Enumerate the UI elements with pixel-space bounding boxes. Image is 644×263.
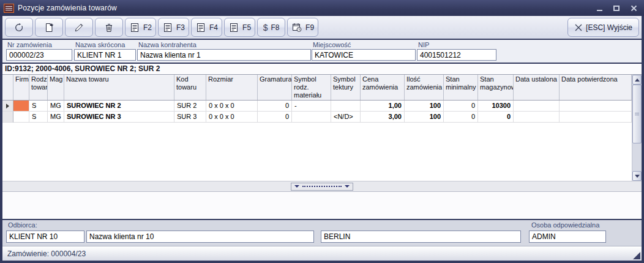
thumb-grip-icon [635, 113, 639, 115]
toolbar: F2 F3 F4 F5 [2, 16, 642, 40]
nip-input[interactable]: 4001501212 [417, 49, 496, 61]
odbiorca-label: Odbiorca: [8, 221, 37, 229]
header-mag[interactable]: Mag [48, 75, 64, 100]
responsible-person-label: Osoba odpowiedzialna [531, 221, 599, 229]
cell-rodz: S [29, 112, 48, 123]
report-f4-button[interactable]: F4 [191, 18, 222, 37]
scroll-up-button[interactable] [632, 75, 642, 85]
cell-kod: SUR 2 [174, 101, 206, 112]
f2-label: F2 [143, 23, 152, 32]
short-name-input[interactable]: KLIENT NR 1 [74, 49, 136, 61]
f3-label: F3 [176, 23, 185, 32]
nip-label: NIP [418, 41, 496, 48]
header-symbol-rodz-materialu[interactable]: Symbol rodz. materiału [292, 75, 331, 100]
exit-button[interactable]: [ESC] Wyjście [567, 18, 639, 37]
price-f8-button[interactable]: $ F8 [257, 18, 285, 37]
filter-panel: Nr zamówienia 000002/23 Nazwa skrócona K… [2, 40, 642, 64]
grid-header: Firma Rodz. towaru Mag Nazwa towaru Kod … [2, 75, 632, 101]
cell-firma [13, 101, 29, 112]
order-number-field: Nr zamówienia 000002/23 [6, 41, 72, 61]
cell-cena: 3,00 [361, 112, 405, 123]
recipient-code-input[interactable]: KLIENT NR 10 [6, 231, 84, 243]
items-grid: Firma Rodz. towaru Mag Nazwa towaru Kod … [2, 75, 632, 181]
report-f5-button[interactable]: F5 [224, 18, 255, 37]
cell-symbol-tektury [331, 101, 361, 112]
header-data-potwierdzona[interactable]: Data potwierdzona [560, 75, 632, 100]
header-data-ustalona[interactable]: Data ustalona [514, 75, 560, 100]
cell-symbol-rodz: - [292, 101, 331, 112]
row-selector [2, 112, 13, 123]
city-input[interactable]: KATOWICE [312, 49, 416, 61]
refresh-icon [13, 22, 24, 33]
table-row[interactable]: S MG SUROWIEC NR 2 SUR 2 0 x 0 x 0 0 - 1… [2, 101, 632, 112]
recipient-city-input[interactable]: BERLIN [321, 231, 521, 243]
report-f2-button[interactable]: F2 [125, 18, 156, 37]
header-cena-zamowienia[interactable]: Cena zamówienia [361, 75, 405, 100]
delete-button[interactable] [95, 18, 123, 37]
header-symbol-tektury[interactable]: Symbol tektury [331, 75, 361, 100]
header-stan-magazynowy[interactable]: Stan magazynowy [478, 75, 514, 100]
pencil-icon [73, 22, 84, 33]
header-stan-minimalny[interactable]: Stan minimalny [444, 75, 478, 100]
order-number-label: Nr zamówienia [7, 41, 72, 48]
city-label: Miejscowość [313, 41, 416, 48]
exit-label: [ESC] Wyjście [586, 23, 632, 32]
nip-field: NIP 4001501212 [417, 41, 496, 61]
cell-ilosc: 100 [405, 112, 444, 123]
contractor-name-input[interactable]: Nazwa klienta nr 1 [137, 49, 311, 61]
recipient-name-input[interactable]: Nazwa klienta nr 10 [86, 231, 314, 243]
schedule-f9-button[interactable]: F9 [287, 18, 318, 37]
cell-stan-min: 0 [444, 101, 478, 112]
header-rodz-towaru[interactable]: Rodz. towaru [29, 75, 48, 100]
cell-gramatura: 0 [258, 112, 292, 123]
window-body: F2 F3 F4 F5 [2, 16, 642, 261]
calendar-clock-icon [291, 22, 302, 33]
arrow-down-icon [635, 175, 640, 178]
header-kod-towaru[interactable]: Kod towaru [174, 75, 206, 100]
maximize-button[interactable] [611, 3, 622, 13]
window: Pozycje zamówienia towarów [0, 0, 644, 263]
table-row[interactable]: S MG SUROWIEC NR 3 SUR 3 0 x 0 x 0 0 <N/… [2, 112, 632, 123]
header-nazwa-towaru[interactable]: Nazwa towaru [64, 75, 174, 100]
header-firma[interactable]: Firma [13, 75, 29, 100]
new-button[interactable] [35, 18, 63, 37]
contractor-name-label: Nazwa kontrahenta [138, 41, 311, 48]
report-f3-button[interactable]: F3 [158, 18, 189, 37]
document-icon [228, 22, 239, 33]
order-number-input[interactable]: 000002/23 [6, 49, 72, 61]
header-rozmiar[interactable]: Rozmiar [206, 75, 258, 100]
window-title: Pozycje zamówienia towarów [18, 4, 117, 12]
grid-area: Firma Rodz. towaru Mag Nazwa towaru Kod … [2, 74, 642, 181]
refresh-button[interactable] [5, 18, 33, 37]
minimize-button[interactable] [594, 3, 605, 13]
f5-label: F5 [242, 23, 251, 32]
header-ilosc-zamowienia[interactable]: Ilość zamówienia [405, 75, 444, 100]
header-gramatura[interactable]: Gramatura [258, 75, 292, 100]
f8-label: F8 [271, 23, 279, 32]
cell-symbol-tektury: <N/D> [331, 112, 361, 123]
f9-label: F9 [305, 23, 314, 32]
header-selector [2, 75, 13, 100]
dollar-icon: $ [263, 23, 268, 32]
grid-empty-area [2, 123, 632, 181]
scrollbar-track[interactable] [632, 143, 642, 171]
cell-rozmiar: 0 x 0 x 0 [206, 101, 258, 112]
splitter-handle[interactable] [291, 183, 353, 191]
document-icon [129, 22, 140, 33]
vertical-scrollbar[interactable] [632, 75, 642, 181]
splitter-dots-icon [302, 186, 342, 187]
close-button[interactable] [628, 3, 639, 13]
cell-kod: SUR 3 [174, 112, 206, 123]
responsible-person-input[interactable]: ADMIN [529, 231, 606, 243]
cell-data-ustalona [514, 101, 560, 112]
edit-button[interactable] [65, 18, 93, 37]
resize-grip[interactable] [633, 252, 640, 259]
cell-nazwa: SUROWIEC NR 3 [64, 112, 174, 123]
recipient-panel: Odbiorca: KLIENT NR 10 Nazwa klienta nr … [2, 220, 642, 246]
cell-symbol-rodz [292, 112, 331, 123]
scrollbar-thumb[interactable] [632, 85, 642, 143]
cell-rodz: S [29, 101, 48, 112]
scroll-down-button[interactable] [632, 171, 642, 181]
cell-rozmiar: 0 x 0 x 0 [206, 112, 258, 123]
f4-label: F4 [209, 23, 218, 32]
